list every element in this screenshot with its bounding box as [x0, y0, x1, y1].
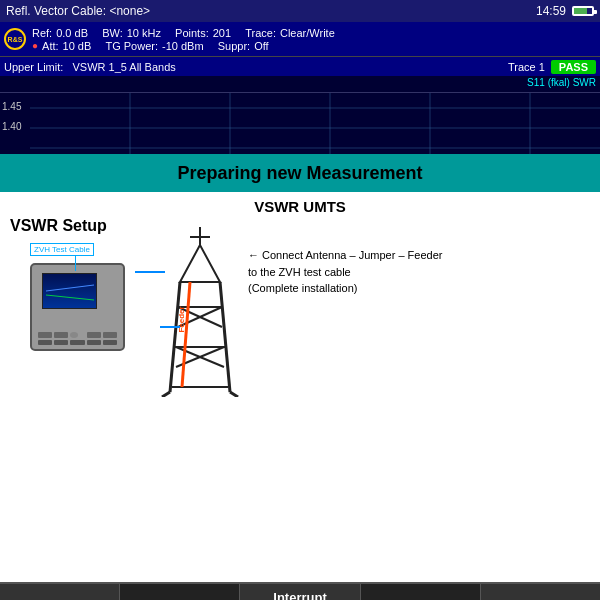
bw-value: 10 kHz: [127, 27, 161, 39]
status-right: Trace 1 PASS: [508, 60, 596, 74]
trace-value: Clear/Write: [280, 27, 335, 39]
att-row: ● Att: 10 dB TG Power: -10 dBm Suppr: Of…: [32, 40, 335, 52]
chart-grid-svg: [0, 93, 600, 154]
att-label: Att:: [42, 40, 59, 52]
upper-limit-value: VSWR 1_5 All Bands: [72, 61, 175, 73]
left-panel: VSWR Setup ZVH Test Cable: [10, 217, 150, 351]
svg-line-24: [230, 392, 238, 397]
cancel-button[interactable]: Cancel: [481, 584, 600, 600]
svg-marker-12: [180, 245, 220, 282]
top-bar-right: 14:59: [536, 4, 594, 18]
svg-line-23: [162, 392, 170, 397]
status-row: Upper Limit: VSWR 1_5 All Bands Trace 1 …: [0, 56, 600, 76]
tower-area: Feeder ← Connect Antenna – Jumper – Feed…: [160, 217, 590, 397]
dot-red: ●: [32, 40, 38, 51]
s11-label: S11 (fkal) SWR: [527, 77, 596, 88]
s11-label-row: S11 (fkal) SWR: [0, 76, 600, 92]
continue-button[interactable]: Continue: [0, 584, 120, 600]
main-content: VSWR UMTS VSWR Setup ZVH Test Cable: [0, 192, 600, 582]
device-screen: [42, 273, 97, 309]
vswr-umts-title: VSWR UMTS: [0, 192, 600, 217]
vswr-setup-label: VSWR Setup: [10, 217, 107, 235]
chart-area: 1.45 1.40: [0, 92, 600, 154]
suppr-value: Off: [254, 40, 268, 52]
suppr-label: Suppr:: [218, 40, 250, 52]
zhv-device: ZVH Test Cable: [25, 241, 135, 351]
bottom-bar: Continue Interrupt Wizard Cancel: [0, 582, 600, 600]
trace-label: Trace:: [245, 27, 276, 39]
points-label: Points:: [175, 27, 209, 39]
device-keypad: [38, 332, 117, 345]
rns-logo: R&S: [4, 28, 26, 50]
empty-button-2: [361, 584, 481, 600]
tg-value: -10 dBm: [162, 40, 204, 52]
ref-value: 0.0 dB: [56, 27, 88, 39]
bw-label: BW:: [102, 27, 123, 39]
params-col-left: Ref: 0.0 dB BW: 10 kHz Points: 201 Trace…: [32, 27, 335, 52]
svg-line-9: [46, 295, 94, 300]
clock: 14:59: [536, 4, 566, 18]
right-panel: Feeder ← Connect Antenna – Jumper – Feed…: [160, 217, 590, 397]
device-body: [30, 263, 125, 351]
vswr-body: VSWR Setup ZVH Test Cable: [0, 217, 600, 582]
params-row: R&S Ref: 0.0 dB BW: 10 kHz Points: 201 T…: [0, 22, 600, 56]
svg-line-22: [182, 282, 190, 387]
zhv-label: ZVH Test Cable: [30, 243, 94, 256]
screen-display: [44, 275, 96, 307]
points-value: 201: [213, 27, 231, 39]
svg-line-14: [220, 282, 230, 392]
svg-line-8: [46, 285, 94, 291]
pass-badge: PASS: [551, 60, 596, 74]
preparing-text: Preparing new Measurement: [177, 163, 422, 184]
empty-button-1: [120, 584, 240, 600]
label-line: [75, 255, 76, 271]
preparing-banner: Preparing new Measurement: [0, 154, 600, 192]
y-label-145: 1.45: [2, 101, 21, 112]
interrupt-wizard-button[interactable]: Interrupt Wizard: [240, 584, 360, 600]
y-label-140: 1.40: [2, 121, 21, 132]
trace-num: Trace 1: [508, 61, 545, 73]
tg-label: TG Power:: [105, 40, 158, 52]
app-title: Refl. Vector Cable: <none>: [6, 4, 150, 18]
top-bar: Refl. Vector Cable: <none> 14:59: [0, 0, 600, 22]
battery-icon: [572, 6, 594, 16]
att-value: 10 dB: [63, 40, 92, 52]
connect-text: ← Connect Antenna – Jumper – Feederto th…: [248, 247, 442, 297]
upper-limit-label: Upper Limit:: [4, 61, 63, 73]
ref-label: Ref:: [32, 27, 52, 39]
status-left: Upper Limit: VSWR 1_5 All Bands: [4, 61, 508, 73]
ref-row: Ref: 0.0 dB BW: 10 kHz Points: 201 Trace…: [32, 27, 335, 39]
feeder-label: Feeder: [177, 306, 186, 332]
tower-svg: [160, 227, 240, 397]
svg-line-13: [170, 282, 180, 392]
